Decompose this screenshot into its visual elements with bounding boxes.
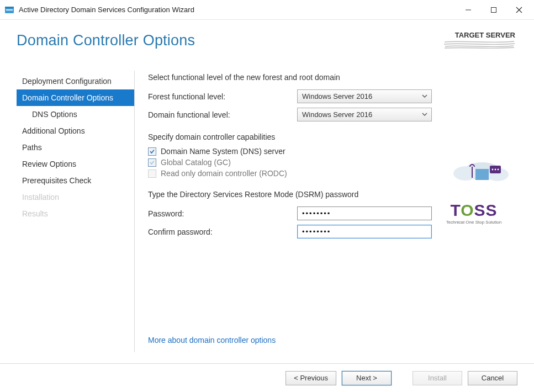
- footer: < Previous Next > Install Cancel: [0, 363, 534, 392]
- sidebar-item-prerequisites-check[interactable]: Prerequisites Check: [17, 172, 134, 189]
- capability-gc-checkbox: [148, 158, 156, 167]
- maximize-button[interactable]: [481, 2, 506, 18]
- title-bar: Active Directory Domain Services Configu…: [0, 0, 534, 20]
- close-button[interactable]: [506, 2, 532, 18]
- next-button[interactable]: Next >: [342, 371, 392, 385]
- sidebar-item-additional-options[interactable]: Additional Options: [17, 123, 134, 139]
- sidebar-item-dns-options[interactable]: DNS Options: [17, 106, 134, 123]
- domain-level-value: Windows Server 2016: [302, 110, 372, 119]
- forest-level-row: Forest functional level: Windows Server …: [148, 89, 517, 103]
- password-label: Password:: [148, 209, 297, 218]
- capability-gc-label: Global Catalog (GC): [161, 158, 231, 167]
- dsrm-heading: Type the Directory Services Restore Mode…: [148, 190, 517, 199]
- app-icon: [4, 5, 14, 15]
- svg-rect-2: [6, 9, 13, 10]
- functional-level-heading: Select functional level of the new fores…: [148, 73, 517, 82]
- confirm-password-value: ••••••••: [302, 227, 331, 236]
- capability-dns-checkbox[interactable]: [148, 147, 156, 156]
- cancel-button[interactable]: Cancel: [468, 371, 517, 385]
- capability-dns-row: Domain Name System (DNS) server: [148, 147, 517, 156]
- sidebar-item-installation: Installation: [17, 189, 134, 205]
- window-title: Active Directory Domain Services Configu…: [19, 6, 456, 14]
- password-input[interactable]: ••••••••: [297, 206, 432, 220]
- capability-dns-label: Domain Name System (DNS) server: [161, 147, 285, 156]
- domain-level-row: Domain functional level: Windows Server …: [148, 108, 517, 121]
- confirm-password-row: Confirm password: ••••••••: [148, 225, 517, 239]
- more-about-link[interactable]: More about domain controller options: [148, 336, 276, 345]
- capability-rodc-label: Read only domain controller (RODC): [161, 169, 287, 178]
- domain-level-select[interactable]: Windows Server 2016: [297, 108, 432, 121]
- capabilities-heading: Specify domain controller capabilities: [148, 133, 517, 141]
- sidebar-item-review-options[interactable]: Review Options: [17, 156, 134, 172]
- forest-level-label: Forest functional level:: [148, 92, 297, 101]
- watermark-tagline: Technical One Stop Solution: [432, 220, 515, 225]
- confirm-password-input[interactable]: ••••••••: [297, 225, 432, 239]
- capability-rodc-row: Read only domain controller (RODC): [148, 169, 517, 178]
- chevron-down-icon: [421, 110, 428, 120]
- header: Domain Controller Options TARGET SERVER: [0, 20, 534, 71]
- main: Deployment Configuration Domain Controll…: [0, 71, 534, 352]
- svg-rect-4: [491, 7, 496, 12]
- sidebar: Deployment Configuration Domain Controll…: [17, 71, 135, 352]
- svg-rect-1: [5, 7, 14, 8]
- content: Select functional level of the new fores…: [135, 71, 517, 352]
- capability-rodc-checkbox: [148, 169, 156, 178]
- previous-button[interactable]: < Previous: [285, 371, 336, 385]
- chevron-down-icon: [421, 92, 428, 102]
- forest-level-select[interactable]: Windows Server 2016: [297, 89, 432, 103]
- sidebar-item-domain-controller-options[interactable]: Domain Controller Options: [17, 89, 134, 106]
- sidebar-item-results: Results: [17, 205, 134, 222]
- target-server-name-redacted: [443, 40, 515, 51]
- target-server-block: TARGET SERVER: [443, 31, 515, 51]
- sidebar-item-deployment-configuration[interactable]: Deployment Configuration: [17, 73, 134, 89]
- sidebar-item-paths[interactable]: Paths: [17, 139, 134, 156]
- domain-level-label: Domain functional level:: [148, 110, 297, 119]
- password-value: ••••••••: [302, 209, 331, 218]
- install-button: Install: [413, 371, 462, 385]
- target-server-label: TARGET SERVER: [443, 31, 515, 39]
- capability-gc-row: Global Catalog (GC): [148, 158, 517, 167]
- page-title: Domain Controller Options: [17, 32, 517, 49]
- forest-level-value: Windows Server 2016: [302, 92, 372, 100]
- password-row: Password: ••••••••: [148, 206, 517, 220]
- minimize-button[interactable]: [456, 2, 481, 18]
- confirm-password-label: Confirm password:: [148, 227, 297, 236]
